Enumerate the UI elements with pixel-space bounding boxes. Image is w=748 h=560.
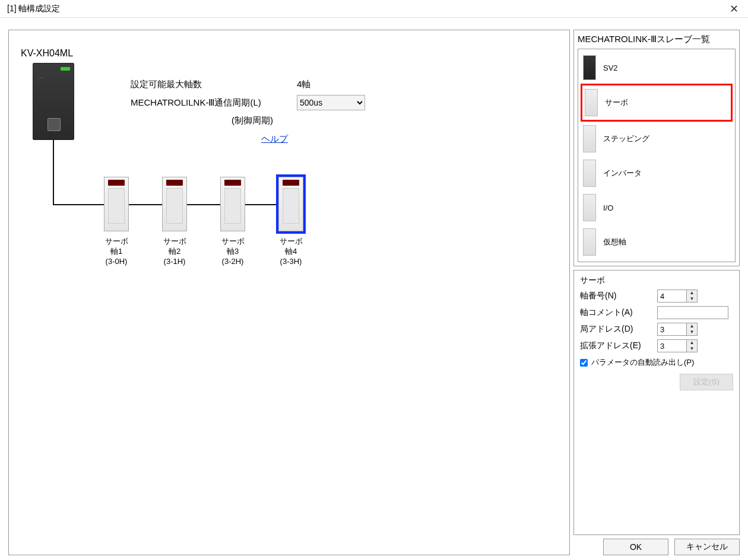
servo-icon [585, 89, 598, 116]
property-panel: サーボ 軸番号(N) ▲▼ 軸コメント(A) 局アドレス(D) ▲▼ 拡張アドレ… [573, 270, 740, 535]
stepping-icon [583, 125, 596, 152]
axis-unit-4[interactable]: サーボ 軸4 (3-3H) [278, 177, 303, 266]
slave-list-title: MECHATROLINK-Ⅲスレーブ一覧 [578, 34, 736, 45]
axis-number-input[interactable] [658, 290, 686, 302]
cycle-select[interactable]: 500us [297, 95, 365, 110]
axis-number-label: 軸番号(N) [580, 291, 657, 301]
spinner-up-icon[interactable]: ▲ [687, 340, 697, 346]
parameter-block: 設定可能最大軸数 4軸 MECHATROLILNK-Ⅲ通信周期(L) 500us… [131, 79, 368, 145]
station-address-input[interactable] [658, 323, 686, 335]
cycle-label: MECHATROLILNK-Ⅲ通信周期(L) [131, 97, 297, 109]
cancel-button[interactable]: キャンセル [674, 539, 740, 555]
network-line-vertical [53, 140, 54, 205]
spinner-up-icon[interactable]: ▲ [687, 290, 697, 296]
unit-axis: 軸4 [278, 246, 303, 256]
slave-item-virtual[interactable]: 仮想軸 [581, 225, 733, 259]
ok-button[interactable]: OK [603, 539, 668, 555]
master-text-icon: ···· [38, 75, 43, 81]
auto-read-label: パラメータの自動読み出し(P) [591, 357, 694, 368]
inverter-icon [583, 160, 596, 187]
unit-axis: 軸1 [104, 246, 129, 256]
unit-addr: (3-1H) [162, 256, 187, 266]
unit-name: サーボ [278, 236, 303, 246]
help-link[interactable]: ヘルプ [261, 133, 288, 145]
window-title: [1] 軸構成設定 [7, 4, 60, 14]
station-address-stepper[interactable]: ▲▼ [657, 323, 698, 336]
servo-icon [166, 180, 183, 186]
spinner-down-icon[interactable]: ▼ [687, 346, 697, 352]
axis-comment-input[interactable] [657, 306, 728, 319]
slave-item-io[interactable]: I/O [581, 190, 733, 225]
ethernet-port-icon [47, 118, 61, 131]
extended-address-stepper[interactable]: ▲▼ [657, 339, 698, 352]
spinner-down-icon[interactable]: ▼ [687, 296, 697, 302]
unit-name: サーボ [220, 236, 245, 246]
servo-icon [224, 180, 241, 186]
station-address-label: 局アドレス(D) [580, 324, 657, 335]
window-titlebar: [1] 軸構成設定 ✕ [0, 0, 748, 18]
unit-addr: (3-2H) [220, 256, 245, 266]
diagram-panel: KV-XH04ML ···· 設定可能最大軸数 4軸 MECHATROLILNK… [8, 30, 570, 555]
slave-item-sv2[interactable]: SV2 [581, 52, 733, 84]
spinner-up-icon[interactable]: ▲ [687, 323, 697, 329]
close-icon[interactable]: ✕ [725, 2, 743, 15]
slave-item-inverter[interactable]: インバータ [581, 156, 733, 190]
servo-icon [283, 180, 299, 186]
master-device[interactable]: ···· [33, 63, 74, 140]
servo-icon [108, 180, 125, 186]
extended-address-input[interactable] [658, 340, 686, 352]
axis-unit-1[interactable]: サーボ 軸1 (3-0H) [104, 177, 129, 266]
master-device-label: KV-XH04ML [21, 48, 73, 59]
axis-comment-label: 軸コメント(A) [580, 307, 657, 318]
unit-axis: 軸2 [162, 246, 187, 256]
slave-item-stepping[interactable]: ステッピング [581, 122, 733, 156]
axis-unit-3[interactable]: サーボ 軸3 (3-2H) [220, 177, 245, 266]
unit-addr: (3-0H) [104, 256, 129, 266]
unit-name: サーボ [162, 236, 187, 246]
status-led-icon [61, 67, 70, 71]
axis-number-stepper[interactable]: ▲▼ [657, 289, 698, 303]
virtual-axis-icon [583, 228, 596, 256]
axis-unit-2[interactable]: サーボ 軸2 (3-1H) [162, 177, 187, 266]
max-axis-label: 設定可能最大軸数 [131, 79, 297, 90]
cycle-sublabel: (制御周期) [131, 115, 297, 126]
max-axis-value: 4軸 [297, 79, 368, 90]
unit-axis: 軸3 [220, 246, 245, 256]
extended-address-label: 拡張アドレス(E) [580, 341, 657, 351]
spinner-down-icon[interactable]: ▼ [687, 329, 697, 335]
property-title: サーボ [580, 275, 733, 286]
unit-addr: (3-3H) [278, 256, 303, 266]
io-icon [583, 194, 596, 221]
settings-button: 設定(S) [680, 374, 733, 390]
unit-name: サーボ [104, 236, 129, 246]
sv2-icon [583, 55, 596, 80]
slave-item-servo[interactable]: サーボ [581, 84, 733, 122]
auto-read-checkbox[interactable] [580, 359, 588, 367]
slave-list-panel: MECHATROLINK-Ⅲスレーブ一覧 SV2 サーボ ステッピング インバー… [573, 30, 740, 266]
